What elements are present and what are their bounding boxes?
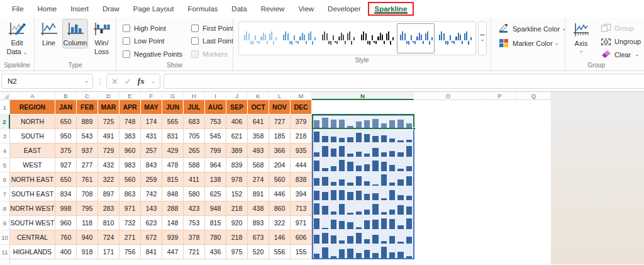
table-header-cell[interactable]: FEB xyxy=(77,100,98,115)
row-header-8[interactable]: 8 xyxy=(0,201,10,216)
column-header-l[interactable]: L xyxy=(269,92,291,100)
column-sparkline-button[interactable]: Column xyxy=(62,19,88,48)
value-cell[interactable]: 760 xyxy=(55,230,77,245)
empty-cell[interactable] xyxy=(414,172,483,187)
value-cell[interactable]: 983 xyxy=(119,158,141,172)
value-cell[interactable]: 673 xyxy=(248,230,269,245)
empty-cell[interactable] xyxy=(483,245,517,259)
value-cell[interactable]: 379 xyxy=(291,115,312,129)
empty-cell[interactable] xyxy=(483,100,517,115)
row-header-12[interactable]: 12 xyxy=(0,259,10,264)
value-cell[interactable]: 810 xyxy=(98,216,119,230)
value-cell[interactable]: 971 xyxy=(119,201,141,216)
empty-cell[interactable] xyxy=(414,158,483,172)
line-sparkline-button[interactable]: Line xyxy=(36,19,62,48)
value-cell[interactable]: 118 xyxy=(77,216,98,230)
checkbox-negative-points[interactable]: Negative Points xyxy=(123,48,182,60)
tab-home[interactable]: Home xyxy=(31,2,64,16)
column-header-b[interactable]: B xyxy=(55,92,77,100)
empty-cell[interactable] xyxy=(414,144,483,158)
value-cell[interactable]: 431 xyxy=(141,129,162,144)
empty-cell[interactable] xyxy=(517,201,551,216)
value-cell[interactable]: 446 xyxy=(269,187,291,201)
value-cell[interactable]: 950 xyxy=(55,129,77,144)
empty-cell[interactable] xyxy=(414,100,483,115)
region-cell[interactable]: NORTH WEST xyxy=(10,201,55,216)
value-cell[interactable]: 138 xyxy=(205,172,226,187)
value-cell[interactable]: 672 xyxy=(141,230,162,245)
value-cell[interactable]: 366 xyxy=(269,144,291,158)
row-header-6[interactable]: 6 xyxy=(0,172,10,187)
column-header-q[interactable]: Q xyxy=(517,92,551,100)
sparkline-cell-n4[interactable] xyxy=(312,144,414,158)
value-cell[interactable]: 383 xyxy=(119,129,141,144)
tab-sparkline[interactable]: Sparkline xyxy=(368,2,414,16)
value-cell[interactable]: 641 xyxy=(248,115,269,129)
sparkline-style-3[interactable] xyxy=(319,23,357,54)
column-header-o[interactable]: O xyxy=(414,92,483,100)
empty-cell[interactable] xyxy=(517,216,551,230)
value-cell[interactable]: 322 xyxy=(269,216,291,230)
tab-developer[interactable]: Developer xyxy=(321,2,367,16)
row-header-11[interactable]: 11 xyxy=(0,245,10,259)
tab-file[interactable]: File xyxy=(5,2,31,16)
value-cell[interactable]: 218 xyxy=(291,129,312,144)
region-cell[interactable]: EAST xyxy=(10,144,55,158)
clear-button[interactable]: Clear ⌄ xyxy=(601,50,641,59)
column-header-n[interactable]: N xyxy=(312,92,414,100)
empty-cell[interactable] xyxy=(414,187,483,201)
sparkline-style-6[interactable] xyxy=(436,23,474,54)
sparkline-style-4[interactable] xyxy=(358,23,396,54)
value-cell[interactable]: 650 xyxy=(55,172,77,187)
value-cell[interactable]: 143 xyxy=(141,201,162,216)
value-cell[interactable]: 400 xyxy=(55,245,77,259)
value-cell[interactable]: 948 xyxy=(205,201,226,216)
table-header-cell[interactable]: JUL xyxy=(184,100,205,115)
value-cell[interactable]: 960 xyxy=(55,216,77,230)
value-cell[interactable]: 937 xyxy=(77,144,98,158)
value-cell[interactable]: 732 xyxy=(119,216,141,230)
value-cell[interactable]: 375 xyxy=(55,144,77,158)
empty-cell[interactable] xyxy=(483,172,517,187)
value-cell[interactable]: 545 xyxy=(205,129,226,144)
value-cell[interactable]: 724 xyxy=(98,230,119,245)
value-cell[interactable]: 568 xyxy=(248,158,269,172)
table-header-cell[interactable]: AUG xyxy=(205,100,226,115)
empty-cell[interactable] xyxy=(414,115,483,129)
value-cell[interactable]: 713 xyxy=(291,201,312,216)
column-header-g[interactable]: G xyxy=(162,92,184,100)
row-header-9[interactable]: 9 xyxy=(0,216,10,230)
value-cell[interactable]: 708 xyxy=(77,187,98,201)
value-cell[interactable]: 429 xyxy=(162,144,184,158)
region-cell[interactable]: NORTH EAST xyxy=(10,172,55,187)
value-cell[interactable]: 834 xyxy=(55,187,77,201)
value-cell[interactable]: 748 xyxy=(119,115,141,129)
value-cell[interactable]: 155 xyxy=(291,245,312,259)
column-header-i[interactable]: I xyxy=(205,92,226,100)
sparkline-cell-n5[interactable] xyxy=(312,158,414,172)
table-header-cell[interactable]: MAY xyxy=(141,100,162,115)
value-cell[interactable]: 683 xyxy=(184,115,205,129)
value-cell[interactable]: 891 xyxy=(248,187,269,201)
value-cell[interactable]: 795 xyxy=(77,201,98,216)
empty-cell[interactable] xyxy=(517,172,551,187)
value-cell[interactable]: 935 xyxy=(291,144,312,158)
checkbox-first-point[interactable]: First Point xyxy=(191,22,234,35)
value-cell[interactable]: 444 xyxy=(291,158,312,172)
empty-cell[interactable] xyxy=(414,245,483,259)
empty-cell[interactable] xyxy=(483,129,517,144)
empty-cell[interactable] xyxy=(483,216,517,230)
table-header-cell[interactable]: SEP xyxy=(226,100,248,115)
row-header-1[interactable]: 1 xyxy=(0,100,10,115)
style-gallery-more-button[interactable]: ⌄ xyxy=(478,21,487,55)
value-cell[interactable]: 520 xyxy=(248,245,269,259)
value-cell[interactable]: 978 xyxy=(226,172,248,187)
value-cell[interactable]: 271 xyxy=(119,230,141,245)
value-cell[interactable]: 650 xyxy=(55,115,77,129)
value-cell[interactable]: 146 xyxy=(269,230,291,245)
region-cell[interactable]: WEST xyxy=(10,158,55,172)
value-cell[interactable]: 580 xyxy=(184,187,205,201)
checkbox-high-point[interactable]: High Point xyxy=(123,22,182,35)
value-cell[interactable]: 394 xyxy=(291,187,312,201)
value-cell[interactable]: 218 xyxy=(226,201,248,216)
